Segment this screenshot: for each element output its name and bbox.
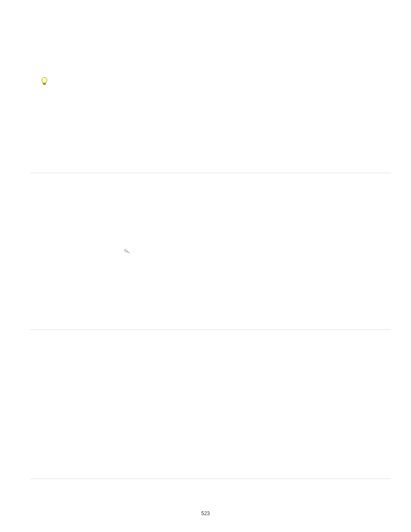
document-page: 523: [0, 0, 411, 532]
section-divider: [30, 479, 391, 479]
lightbulb-icon: [41, 77, 47, 86]
svg-rect-1: [44, 84, 45, 85]
section-divider: [30, 173, 391, 173]
section-divider: [30, 330, 391, 330]
page-number: 523: [201, 510, 210, 516]
svg-rect-0: [43, 83, 46, 84]
paint-bucket-icon: [124, 248, 130, 254]
